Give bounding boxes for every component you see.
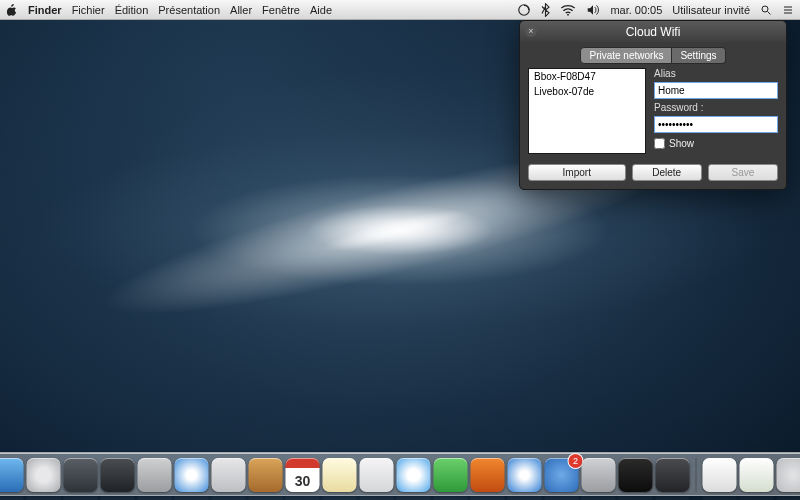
dock-preview-icon[interactable] [582,458,616,492]
notification-center-icon[interactable] [782,4,794,16]
menubar: Finder Fichier Édition Présentation Alle… [0,0,800,20]
menubar-user[interactable]: Utilisateur invité [672,4,750,16]
dock-calendar-icon[interactable]: 30 [286,458,320,492]
dock-facetime-icon[interactable] [434,458,468,492]
network-form: Alias Password : Show [654,68,778,154]
dock-badge: 2 [569,454,583,468]
network-item[interactable]: Livebox-07de [529,84,645,99]
dock-terminal-icon[interactable] [619,458,653,492]
menu-presentation[interactable]: Présentation [158,4,220,16]
volume-status-icon[interactable] [586,4,600,16]
password-label: Password : [654,102,778,113]
bluetooth-status-icon[interactable] [541,3,550,17]
close-icon[interactable]: × [525,25,537,37]
save-button[interactable]: Save [708,164,778,181]
dock: 302 [0,452,800,496]
dock-cloud-wifi-icon[interactable] [656,458,690,492]
dock-reminders-icon[interactable] [360,458,394,492]
wifi-status-icon[interactable] [560,4,576,16]
menu-edition[interactable]: Édition [115,4,149,16]
network-item[interactable]: Bbox-F08D47 [529,69,645,84]
svg-point-2 [762,6,768,12]
spotlight-icon[interactable] [760,4,772,16]
show-password-checkbox[interactable] [654,138,665,149]
window-title: Cloud Wifi [626,25,681,39]
dock-system-preferences-icon[interactable] [138,458,172,492]
window-titlebar[interactable]: × Cloud Wifi [520,21,786,42]
dock-safari-icon[interactable] [175,458,209,492]
show-password-label: Show [669,138,694,149]
menubar-app-name[interactable]: Finder [28,4,62,16]
dock-mail-icon[interactable] [212,458,246,492]
dock-separator [696,458,697,492]
dock-dashboard-icon[interactable] [101,458,135,492]
menu-fichier[interactable]: Fichier [72,4,105,16]
timemachine-status-icon[interactable] [517,3,531,17]
alias-label: Alias [654,68,778,79]
menu-aide[interactable]: Aide [310,4,332,16]
dock-photo-booth-icon[interactable] [471,458,505,492]
dock-notes-icon[interactable] [323,458,357,492]
apple-menu-icon[interactable] [6,4,18,16]
tab-private-networks[interactable]: Private networks [580,47,672,64]
alias-field[interactable] [654,82,778,99]
network-list[interactable]: Bbox-F08D47 Livebox-07de [528,68,646,154]
dock-app-store-icon[interactable]: 2 [545,458,579,492]
dock-contacts-icon[interactable] [249,458,283,492]
svg-line-3 [768,11,771,14]
window-tabs: Private networks Settings [520,42,786,68]
dock-trash-icon[interactable] [777,458,801,492]
cloud-wifi-window: × Cloud Wifi Private networks Settings B… [519,20,787,190]
dock-launchpad-icon[interactable] [27,458,61,492]
dock-documents-stack-icon[interactable] [703,458,737,492]
dock-messages-icon[interactable] [397,458,431,492]
import-button[interactable]: Import [528,164,626,181]
menubar-clock[interactable]: mar. 00:05 [610,4,662,16]
dock-downloads-stack-icon[interactable] [740,458,774,492]
menu-fenetre[interactable]: Fenêtre [262,4,300,16]
tab-settings[interactable]: Settings [672,47,725,64]
password-field[interactable] [654,116,778,133]
dock-finder-icon[interactable] [0,458,24,492]
dock-mission-control-icon[interactable] [64,458,98,492]
svg-point-1 [567,13,569,15]
dock-itunes-icon[interactable] [508,458,542,492]
delete-button[interactable]: Delete [632,164,702,181]
menu-aller[interactable]: Aller [230,4,252,16]
